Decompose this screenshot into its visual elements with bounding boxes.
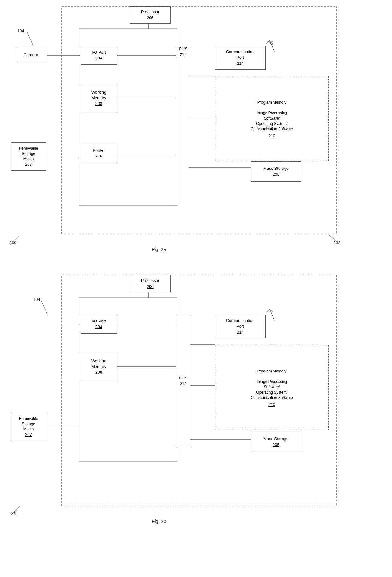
fig2a-label: Fig. 2a <box>152 247 166 252</box>
working-memory-box-2b: WorkingMemory 208 <box>81 353 117 381</box>
processor-ref-2a: 206 <box>147 15 154 21</box>
program-memory-label-2a: Program MemoryImage ProcessingSoftware/O… <box>249 98 295 133</box>
working-memory-label-2a: WorkingMemory <box>91 89 106 101</box>
bus-box-2b: BUS212 <box>176 315 190 447</box>
bus-label-2a: BUS212 <box>179 46 187 58</box>
program-memory-ref-2b: 210 <box>268 402 275 408</box>
fig2b-label: Fig. 2b <box>152 519 166 524</box>
arrow-220-2b <box>9 504 28 517</box>
processor-label-2a: Processor <box>141 9 160 15</box>
io-port-box-2b: I/O Port 204 <box>81 315 117 334</box>
antenna-svg-2a <box>265 37 284 53</box>
io-port-label-2b: I/O Port <box>92 318 106 324</box>
processor-box-2a: Processor 206 <box>130 6 171 24</box>
io-port-label-2a: I/O Port <box>92 50 106 55</box>
svg-line-11 <box>270 40 274 52</box>
mass-storage-box-2b: Mass Storage 205 <box>251 432 301 452</box>
antenna-svg-2b <box>265 306 284 322</box>
processor-ref-2b: 206 <box>147 284 154 290</box>
svg-line-15 <box>27 32 33 46</box>
arrow-200-2a <box>9 234 28 247</box>
comm-port-box-2a: CommunicationPort 214 <box>215 46 266 70</box>
svg-line-29 <box>266 309 270 312</box>
printer-label-2a: Printer <box>93 148 105 153</box>
io-port-box-2a: I/O Port 204 <box>81 46 117 65</box>
printer-box-2a: Printer 216 <box>81 144 117 163</box>
removable-storage-box-2a: RemovableStorageMedia 207 <box>11 142 46 171</box>
mass-storage-label-2a: Mass Storage <box>263 166 289 171</box>
camera-label-2a: Camera <box>23 52 38 58</box>
mass-storage-ref-2b: 205 <box>273 442 279 448</box>
processor-box-2b: Processor 206 <box>130 275 171 292</box>
removable-storage-ref-2b: 207 <box>25 432 32 438</box>
program-memory-box-2b: Program MemoryImage ProcessingSoftware/O… <box>215 345 329 430</box>
mass-storage-box-2a: Mass Storage 205 <box>251 161 301 182</box>
io-port-ref-2b: 204 <box>95 324 102 330</box>
arrow-202-2a <box>322 233 341 246</box>
removable-storage-ref-2a: 207 <box>25 162 32 167</box>
removable-storage-label-2a: RemovableStorageMedia <box>19 146 38 162</box>
page: Processor 206 I/O Port 204 WorkingMemory… <box>0 0 392 577</box>
printer-ref-2a: 216 <box>95 153 102 159</box>
svg-line-31 <box>41 300 47 315</box>
comm-port-label-2a: CommunicationPort <box>226 49 254 60</box>
working-memory-ref-2b: 208 <box>95 370 102 375</box>
comm-port-label-2b: CommunicationPort <box>226 318 254 329</box>
removable-storage-box-2b: RemovableStorageMedia 207 <box>11 413 46 441</box>
arrow-104-2b <box>32 299 51 318</box>
processor-label-2b: Processor <box>141 278 160 284</box>
removable-storage-label-2b: RemovableStorageMedia <box>19 416 38 432</box>
arrow-104-2a <box>17 30 36 49</box>
mass-storage-ref-2a: 205 <box>273 172 279 177</box>
mass-storage-label-2b: Mass Storage <box>263 436 289 442</box>
bus-box-2a: BUS212 <box>176 46 190 58</box>
svg-line-16 <box>10 236 20 245</box>
comm-port-ref-2b: 214 <box>237 329 244 335</box>
program-memory-label-2b: Program MemoryImage ProcessingSoftware/O… <box>249 367 295 402</box>
io-port-ref-2a: 204 <box>95 55 102 61</box>
program-memory-box-2a: Program MemoryImage ProcessingSoftware/O… <box>215 76 329 161</box>
bus-label-2b: BUS212 <box>179 375 187 387</box>
svg-line-17 <box>329 235 340 244</box>
working-memory-label-2b: WorkingMemory <box>91 358 106 370</box>
comm-port-ref-2a: 214 <box>237 61 244 66</box>
program-memory-ref-2a: 210 <box>268 133 275 139</box>
working-memory-ref-2a: 208 <box>95 101 102 107</box>
svg-line-12 <box>266 40 270 44</box>
comm-port-box-2b: CommunicationPort 214 <box>215 315 266 338</box>
svg-line-32 <box>10 506 20 515</box>
svg-line-28 <box>270 309 274 320</box>
working-memory-box-2a: WorkingMemory 208 <box>81 84 117 112</box>
camera-box-2a: Camera <box>16 47 46 63</box>
fig2b-lines <box>0 0 392 577</box>
